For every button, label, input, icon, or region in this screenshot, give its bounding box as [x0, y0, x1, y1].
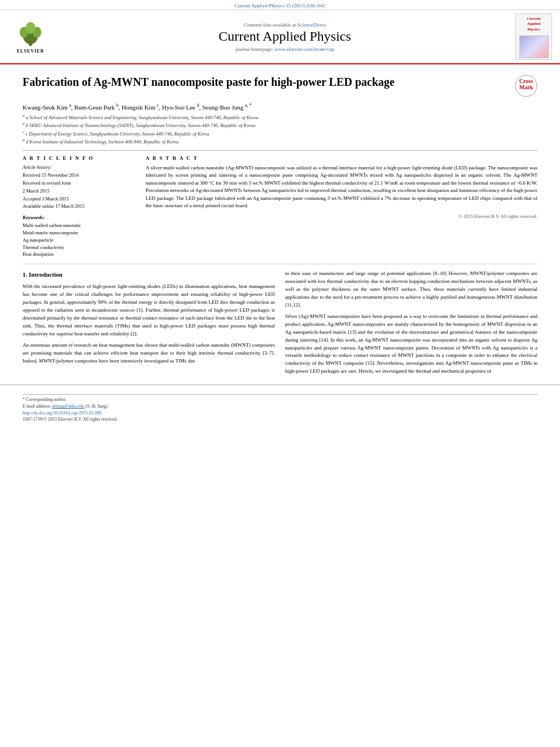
affiliations: a a School of Advanced Materials Science… [23, 113, 537, 146]
section-divider [23, 264, 537, 264]
journal-title-block: Contents lists available at ScienceDirec… [60, 22, 510, 52]
keyword-1: Multi-walled carbon nanotube [23, 222, 135, 229]
authors: Kwang-Seok Kim a, Bum-Geun Park b, Hongs… [23, 103, 537, 111]
thumb-line3: Physics [527, 27, 540, 32]
corresponding-author: * Corresponding author. [23, 397, 537, 402]
issn-text: 1567-1739/© 2015 Elsevier B.V. All right… [23, 417, 117, 422]
elsevier-text: ELSEVIER [17, 49, 44, 54]
body-col-left: 1. Introduction With the increased preva… [23, 270, 275, 379]
affiliation-c: c c Department of Energy Science, Sungky… [23, 129, 537, 138]
journal-homepage-url[interactable]: www.elsevier.com/locate/cap [275, 46, 334, 52]
keyword-2: Metal-matrix nanocomposite [23, 229, 135, 237]
sciencedirect-link[interactable]: ScienceDirect [298, 22, 326, 28]
corresponding-label: * Corresponding author. [23, 397, 67, 402]
section1-heading: 1. Introduction [23, 270, 275, 279]
keyword-5: Heat dissipation [23, 251, 135, 258]
body-columns: 1. Introduction With the increased preva… [23, 270, 537, 379]
article-info-heading: A R T I C L E I N F O [23, 155, 135, 161]
email-link[interactable]: sbjung@skku.edu [52, 404, 84, 409]
svg-text:Mark: Mark [519, 84, 533, 90]
footer: * Corresponding author. E-mail address: … [0, 385, 560, 425]
keyword-4: Thermal conductivity [23, 244, 135, 251]
article-info-col: A R T I C L E I N F O Article history: R… [23, 155, 135, 258]
contents-link: Contents lists available at ScienceDirec… [60, 22, 510, 28]
body-col2-p2: Silver (Ag)-MWNT nanocomposites have bee… [285, 313, 537, 376]
keyword-3: Ag nanoparticle [23, 237, 135, 244]
affiliation-b: b b SKKU Advanced Institute of Nanotechn… [23, 121, 537, 129]
body-col2-p1: to their ease of manufacture and large r… [285, 270, 537, 309]
abstract-copyright: © 2015 Elsevier B.V. All rights reserved… [146, 213, 537, 219]
article-info-abstract: A R T I C L E I N F O Article history: R… [23, 150, 537, 258]
journal-reference-link[interactable]: Current Applied Physics 15 (2015) S36–S4… [235, 3, 325, 8]
accepted-date: Accepted 3 March 2015 [23, 196, 135, 203]
abstract-col: A B S T R A C T A silver-multi-walled ca… [146, 155, 537, 258]
article-title-row: Fabrication of Ag-MWNT nanocomposite pas… [23, 75, 537, 98]
article-title: Fabrication of Ag-MWNT nanocomposite pas… [23, 75, 515, 89]
keywords-section: Keywords: Multi-walled carbon nanotube M… [23, 215, 135, 258]
doi-row: http://dx.doi.org/10.1016/j.cap.2015.03.… [23, 410, 537, 416]
history-heading: Article history: [23, 164, 135, 171]
revised-date: 2 March 2015 [23, 188, 135, 195]
article-main: Fabrication of Ag-MWNT nanocomposite pas… [0, 64, 560, 385]
thumb-line1: Current [527, 16, 540, 21]
body-col-right: to their ease of manufacture and large r… [285, 270, 537, 379]
thumb-line2: Applied [527, 21, 540, 27]
top-bar: Current Applied Physics 15 (2015) S36–S4… [0, 0, 560, 10]
journal-name: Current Applied Physics [60, 29, 510, 44]
available-date: Available online 17 March 2015 [23, 203, 135, 210]
affiliation-a: a a School of Advanced Materials Science… [23, 113, 537, 121]
keywords-heading: Keywords: [23, 215, 135, 220]
issn-row: 1567-1739/© 2015 Elsevier B.V. All right… [23, 417, 537, 422]
affiliation-d: d d Korea Institute of Industrial Techno… [23, 137, 537, 146]
email-suffix: (S.-B. Jung). [85, 404, 108, 409]
abstract-heading: A B S T R A C T [146, 155, 537, 161]
journal-header: ELSEVIER Contents lists available at Sci… [0, 10, 560, 64]
elsevier-logo: ELSEVIER [8, 20, 53, 54]
abstract-text: A silver-multi-walled carbon nanotube (A… [146, 164, 537, 210]
email-row: E-mail address: sbjung@skku.edu (S.-B. J… [23, 404, 537, 409]
svg-text:Cross: Cross [519, 78, 533, 84]
email-label: E-mail address: [23, 404, 51, 409]
homepage-link: journal homepage: www.elsevier.com/locat… [60, 46, 510, 52]
keywords-list: Multi-walled carbon nanotube Metal-matri… [23, 222, 135, 258]
svg-point-4 [25, 21, 35, 33]
body-col1-p2: An enormous amount of research on heat m… [23, 342, 275, 365]
body-col1-p1: With the increased prevalence of high-po… [23, 283, 275, 338]
revised-label: Received in revised form [23, 180, 135, 187]
doi-link[interactable]: http://dx.doi.org/10.1016/j.cap.2015.03.… [23, 410, 102, 416]
received-date: Received 15 November 2014 [23, 172, 135, 179]
journal-thumbnail: Current Applied Physics [515, 14, 552, 60]
crossmark-badge[interactable]: Cross Mark [515, 75, 537, 98]
